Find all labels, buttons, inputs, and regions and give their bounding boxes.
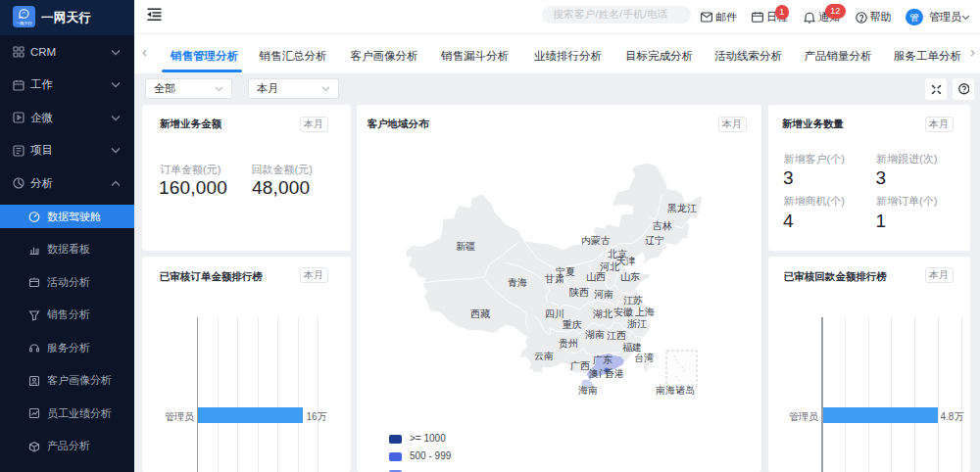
svg-text:四川: 四川 xyxy=(545,308,564,319)
svg-text:江苏: 江苏 xyxy=(623,295,643,306)
svg-text:吉林: 吉林 xyxy=(653,220,672,231)
svg-text:西藏: 西藏 xyxy=(470,308,490,319)
svg-text:湖北: 湖北 xyxy=(593,308,613,319)
svg-text:江西: 江西 xyxy=(607,330,626,341)
svg-text:安徽: 安徽 xyxy=(613,307,633,317)
svg-text:青海: 青海 xyxy=(508,277,527,288)
svg-text:海南: 海南 xyxy=(578,385,598,396)
svg-text:南海诸岛: 南海诸岛 xyxy=(656,385,695,396)
svg-text:福建: 福建 xyxy=(622,342,642,353)
svg-text:台湾: 台湾 xyxy=(634,353,654,363)
svg-text:广西: 广西 xyxy=(570,360,590,371)
svg-text:山东: 山东 xyxy=(620,271,640,282)
svg-text:陕西: 陕西 xyxy=(569,287,589,298)
svg-text:山西: 山西 xyxy=(586,271,606,282)
svg-text:天津: 天津 xyxy=(616,256,636,266)
svg-text:宁夏: 宁夏 xyxy=(556,266,575,277)
svg-text:云南: 云南 xyxy=(534,351,554,361)
svg-text:河南: 河南 xyxy=(594,289,613,300)
svg-text:辽宁: 辽宁 xyxy=(645,235,664,246)
svg-text:广东: 广东 xyxy=(593,354,612,365)
svg-text:贵州: 贵州 xyxy=(559,338,578,349)
svg-text:重庆: 重庆 xyxy=(562,319,582,330)
svg-text:浙江: 浙江 xyxy=(627,318,647,329)
svg-text:上海: 上海 xyxy=(634,307,655,317)
svg-text:内蒙古: 内蒙古 xyxy=(581,235,611,246)
svg-text:湖南: 湖南 xyxy=(585,329,605,340)
svg-text:一网天行: 一网天行 xyxy=(16,21,32,26)
svg-text:黑龙江: 黑龙江 xyxy=(667,203,697,213)
svg-text:新疆: 新疆 xyxy=(456,241,475,252)
svg-text:香港: 香港 xyxy=(605,368,624,379)
